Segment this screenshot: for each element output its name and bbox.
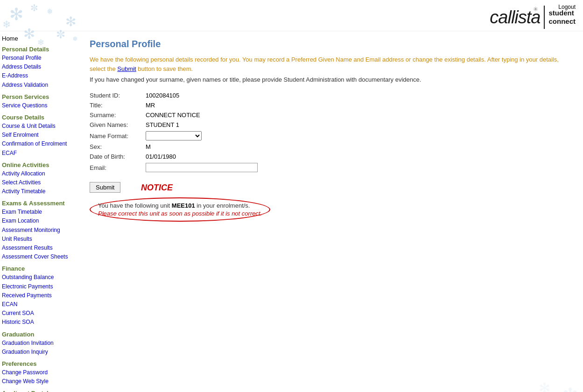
- given-names-label: Given Names:: [90, 120, 146, 130]
- sidebar-section-exams-assessment: Exams & Assessment: [2, 200, 75, 207]
- surname-row: Surname: CONNECT NOTICE: [90, 110, 261, 120]
- ecaf-link[interactable]: ECAF: [2, 149, 75, 158]
- activity-timetable-link[interactable]: Activity Timetable: [2, 187, 75, 196]
- address-details-link[interactable]: Address Details: [2, 63, 75, 71]
- title-label: Title:: [90, 100, 146, 110]
- self-enrolment-link[interactable]: Self Enrolment: [2, 131, 75, 140]
- intro-notice-text: We have the following personal details r…: [90, 55, 572, 73]
- dob-label: Date of Birth:: [90, 152, 146, 161]
- service-questions-link[interactable]: Service Questions: [2, 101, 75, 110]
- name-format-label: Name Format:: [90, 130, 146, 142]
- name-format-row: Name Format: Option 1 Option 2: [90, 130, 261, 142]
- notice-oval-text: You have the following unit MEE101 in yo…: [98, 202, 250, 209]
- sidebar-section-person-services: Person Services: [2, 93, 75, 100]
- email-cell: [146, 161, 261, 174]
- personal-profile-link[interactable]: Personal Profile: [2, 54, 75, 63]
- change-password-link[interactable]: Change Password: [2, 368, 75, 377]
- outstanding-balance-link[interactable]: Outstanding Balance: [2, 273, 75, 282]
- student-id-label: Student ID:: [90, 91, 146, 100]
- name-format-select[interactable]: Option 1 Option 2: [146, 131, 202, 140]
- name-format-cell: Option 1 Option 2: [146, 130, 261, 142]
- student-id-value: 1002084105: [146, 91, 261, 100]
- activity-allocation-link[interactable]: Activity Allocation: [2, 169, 75, 178]
- sex-row: Sex: M: [90, 142, 261, 152]
- assessment-cover-sheets-link[interactable]: Assessment Cover Sheets: [2, 252, 75, 261]
- sidebar-section-preferences: Preferences: [2, 360, 75, 367]
- given-names-value: STUDENT 1: [146, 120, 261, 130]
- sidebar: Home Personal Details Personal Profile A…: [0, 31, 78, 392]
- dob-row: Date of Birth: 01/01/1980: [90, 152, 261, 161]
- intro-info-text: If you have changed your surname, given …: [90, 76, 572, 83]
- notice-unit: MEE101: [172, 202, 195, 209]
- submit-notice-area: Submit NOTICE: [90, 178, 572, 193]
- submit-button[interactable]: Submit: [90, 182, 120, 193]
- email-label: Email:: [90, 161, 146, 174]
- assessment-results-link[interactable]: Assessment Results: [2, 244, 75, 252]
- unit-results-link[interactable]: Unit Results: [2, 235, 75, 244]
- sidebar-section-finance: Finance: [2, 265, 75, 272]
- sex-value: M: [146, 142, 261, 152]
- decorative-snowflakes-right: ✻ ✼ ❄ ✻ ❅: [490, 350, 583, 392]
- exam-timetable-link[interactable]: Exam Timetable: [2, 208, 75, 217]
- electronic-payments-link[interactable]: Electronic Payments: [2, 282, 75, 291]
- address-validation-link[interactable]: Address Validation: [2, 81, 75, 90]
- student-id-row: Student ID: 1002084105: [90, 91, 261, 100]
- assessment-monitoring-link[interactable]: Assessment Monitoring: [2, 226, 75, 235]
- graduation-invitation-link[interactable]: Graduation Invitation: [2, 339, 75, 348]
- course-unit-details-link[interactable]: Course & Unit Details: [2, 122, 75, 131]
- exam-location-link[interactable]: Exam Location: [2, 217, 75, 225]
- historic-soa-link[interactable]: Historic SOA: [2, 318, 75, 327]
- email-row: Email:: [90, 161, 261, 174]
- page-title: Personal Profile: [90, 39, 572, 49]
- logo-divider: [544, 6, 545, 29]
- notice-heading: NOTICE: [141, 183, 173, 192]
- notice-oval-container: You have the following unit MEE101 in yo…: [90, 196, 572, 222]
- logo-callista: callista: [490, 7, 540, 27]
- main-content: Personal Profile We have the following p…: [78, 31, 583, 392]
- dob-value: 01/01/1980: [146, 152, 261, 161]
- title-row: Title: MR: [90, 100, 261, 110]
- sidebar-section-applicant-portal: Applicant Portal: [2, 390, 75, 392]
- select-activities-link[interactable]: Select Activities: [2, 178, 75, 187]
- notice-oval: You have the following unit MEE101 in yo…: [90, 197, 270, 222]
- received-payments-link[interactable]: Received Payments: [2, 291, 75, 300]
- sidebar-section-graduation: Graduation: [2, 331, 75, 338]
- confirmation-enrolment-link[interactable]: Confirmation of Enrolment: [2, 140, 75, 148]
- given-names-row: Given Names: STUDENT 1: [90, 120, 261, 130]
- e-address-link[interactable]: E-Address: [2, 71, 75, 80]
- surname-label: Surname:: [90, 110, 146, 120]
- submit-text-link[interactable]: Submit: [117, 65, 136, 72]
- profile-form: Student ID: 1002084105 Title: MR Surname…: [90, 91, 261, 174]
- email-input[interactable]: [146, 163, 258, 172]
- decorative-snowflakes-left: ✻ ✼ ❄ ✻ ❅ ✼ ❄ ✻ ❅: [0, 0, 79, 51]
- current-soa-link[interactable]: Current SOA: [2, 309, 75, 318]
- title-value: MR: [146, 100, 261, 110]
- notice-oval-italic: Please correct this unit as soon as poss…: [98, 210, 262, 217]
- graduation-inquiry-link[interactable]: Graduation Inquiry: [2, 348, 75, 357]
- sidebar-section-course-details: Course Details: [2, 114, 75, 121]
- surname-value: CONNECT NOTICE: [146, 110, 261, 120]
- sidebar-section-online-activities: Online Activities: [2, 161, 75, 168]
- ecan-link[interactable]: ECAN: [2, 300, 75, 309]
- sex-label: Sex:: [90, 142, 146, 152]
- logout-link[interactable]: Logout: [558, 4, 576, 10]
- logo-connect: connect: [548, 17, 576, 26]
- change-web-style-link[interactable]: Change Web Style: [2, 377, 75, 386]
